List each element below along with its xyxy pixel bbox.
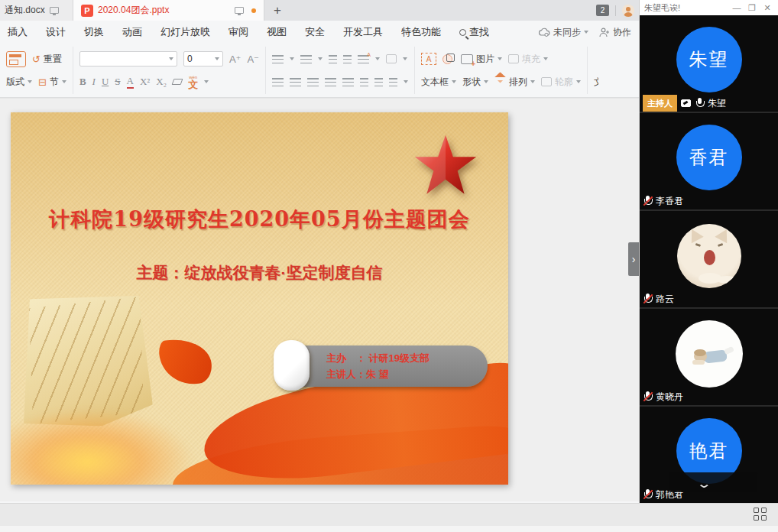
bold-button[interactable]: B bbox=[79, 76, 86, 88]
slide-layout-icon[interactable] bbox=[6, 51, 26, 67]
monitor-icon bbox=[50, 7, 59, 14]
status-bar bbox=[0, 503, 778, 532]
align-right-icon[interactable] bbox=[307, 78, 319, 86]
slide-editing-area[interactable]: 计科院19级研究生2020年05月份主题团会 主题：绽放战役青春·坚定制度自信 … bbox=[0, 98, 639, 501]
arrange-button[interactable]: 排列 bbox=[494, 76, 535, 89]
menu-animation[interactable]: 动画 bbox=[122, 25, 142, 39]
participant-tile[interactable]: 艳君 郭艳君 ⌄ bbox=[640, 407, 778, 503]
chevron-down-icon bbox=[204, 80, 209, 86]
layout-button[interactable]: 版式 bbox=[6, 76, 32, 89]
clear-format-icon[interactable] bbox=[172, 79, 183, 85]
font-size-combobox[interactable]: 0 bbox=[183, 51, 223, 66]
menu-transition[interactable]: 切换 bbox=[84, 25, 104, 39]
superscript-button[interactable]: X² bbox=[140, 76, 150, 88]
organizer-info-pill[interactable]: 主办 ： 计研19级支部 主讲人：朱 望 bbox=[279, 345, 488, 387]
participant-tile[interactable]: 黄晓丹 bbox=[640, 309, 778, 405]
text-tool-cutoff[interactable]: 文 bbox=[594, 76, 598, 89]
menu-view[interactable]: 视图 bbox=[267, 25, 287, 39]
screen-share-icon bbox=[681, 99, 691, 107]
sync-status-button[interactable]: 未同步 bbox=[538, 26, 588, 39]
panel-expand-handle[interactable]: › bbox=[628, 242, 639, 276]
collapse-panel-button[interactable]: ⌄ bbox=[696, 477, 712, 491]
menu-slideshow[interactable]: 幻灯片放映 bbox=[160, 25, 210, 39]
chevron-down-icon bbox=[28, 80, 32, 86]
minimize-button[interactable]: — bbox=[731, 3, 743, 12]
text-direction-icon[interactable] bbox=[358, 55, 369, 63]
menu-insert[interactable]: 插入 bbox=[8, 25, 28, 39]
tab-doc[interactable]: 通知.docx bbox=[0, 0, 73, 21]
find-button[interactable]: 查找 bbox=[459, 25, 489, 39]
cloud-sync-icon bbox=[538, 28, 550, 37]
align-left-icon[interactable] bbox=[272, 78, 284, 86]
slide-canvas[interactable]: 计科院19级研究生2020年05月份主题团会 主题：绽放战役青春·坚定制度自信 … bbox=[11, 112, 508, 485]
ribbon-toolbar: ↺重置 版式 ⊟节 0 A⁺ A⁻ B I U S bbox=[0, 44, 639, 98]
numbered-list-icon[interactable] bbox=[300, 55, 312, 63]
picture-button[interactable]: 图片 bbox=[461, 53, 502, 66]
distribute-icon[interactable] bbox=[342, 78, 354, 86]
menu-design[interactable]: 设计 bbox=[46, 25, 66, 39]
maximize-button[interactable]: ❐ bbox=[746, 3, 758, 13]
grow-font-button[interactable]: A⁺ bbox=[229, 54, 242, 65]
close-button[interactable]: ✕ bbox=[761, 3, 773, 13]
underline-button[interactable]: U bbox=[102, 76, 109, 88]
paragraph-group bbox=[266, 47, 415, 94]
participant-tile[interactable]: 香君 李香君 bbox=[640, 113, 778, 209]
menu-devtools[interactable]: 开发工具 bbox=[343, 25, 383, 39]
shapes-icon bbox=[442, 54, 455, 64]
shrink-font-button[interactable]: A⁻ bbox=[247, 54, 259, 65]
line-spacing-up-icon[interactable] bbox=[360, 78, 368, 86]
strikethrough-button[interactable]: S bbox=[115, 76, 120, 88]
user-count-badge[interactable]: 2 bbox=[596, 5, 609, 16]
glow-graphic bbox=[11, 408, 194, 485]
increase-indent-icon[interactable] bbox=[343, 55, 352, 63]
cutoff-group: 文 bbox=[588, 47, 598, 94]
font-name-combobox[interactable] bbox=[79, 51, 177, 66]
outline-icon bbox=[541, 77, 552, 86]
outline-button[interactable]: 轮廓 bbox=[541, 76, 581, 89]
tabbar-right: 2 bbox=[596, 0, 634, 21]
layout-grid-icon[interactable] bbox=[754, 508, 767, 521]
organizer-line: 主办 ： 计研19级支部 bbox=[326, 352, 488, 365]
reset-button[interactable]: ↺重置 bbox=[32, 53, 62, 66]
section-button[interactable]: ⊟节 bbox=[38, 76, 66, 89]
align-center-icon[interactable] bbox=[290, 78, 301, 86]
chevron-down-icon bbox=[452, 80, 456, 86]
fill-button[interactable]: 填充 bbox=[508, 53, 548, 66]
bullet-list-icon[interactable] bbox=[272, 55, 284, 63]
pinyin-tool-button[interactable]: wén文 bbox=[188, 75, 198, 89]
chevron-down-icon bbox=[576, 80, 581, 86]
menu-security[interactable]: 安全 bbox=[305, 25, 325, 39]
meeting-titlebar[interactable]: 朱望毛诶! — ❐ ✕ bbox=[640, 0, 778, 15]
chevron-down-icon bbox=[403, 57, 407, 63]
revolution-monument-illustration bbox=[11, 294, 508, 485]
collaborate-button[interactable]: 协作 bbox=[599, 26, 631, 39]
line-spacing-down-icon[interactable] bbox=[374, 78, 383, 86]
decrease-indent-icon[interactable] bbox=[329, 55, 337, 63]
italic-button[interactable]: I bbox=[92, 76, 96, 88]
justify-icon[interactable] bbox=[325, 78, 336, 86]
participant-name: 黄晓丹 bbox=[656, 391, 683, 404]
menu-features[interactable]: 特色功能 bbox=[401, 25, 441, 39]
section-icon: ⊟ bbox=[38, 76, 47, 88]
chevron-down-icon bbox=[543, 57, 548, 63]
new-tab-button[interactable]: + bbox=[264, 0, 290, 21]
participant-tile-host[interactable]: 朱望 主持人 朱望 bbox=[640, 15, 778, 112]
participant-tile[interactable]: 路云 bbox=[640, 211, 778, 307]
subscript-button[interactable]: X₂ bbox=[156, 76, 167, 88]
font-color-button[interactable]: A bbox=[127, 75, 134, 89]
chevron-down-icon bbox=[484, 80, 488, 86]
meeting-window-title: 朱望毛诶! bbox=[644, 2, 728, 14]
text-frame-style-icon[interactable] bbox=[386, 54, 397, 63]
slide-subtitle[interactable]: 主题：绽放战役青春·坚定制度自信 bbox=[11, 262, 508, 284]
person-plus-icon bbox=[599, 28, 610, 37]
slide-title[interactable]: 计科院19级研究生2020年05月份主题团会 bbox=[11, 206, 508, 233]
line-spacing-icon[interactable] bbox=[389, 78, 397, 86]
participant-name: 李香君 bbox=[656, 195, 683, 208]
tab-presentation-active[interactable]: P 2020.04团会.pptx bbox=[73, 0, 264, 21]
account-avatar-icon[interactable] bbox=[622, 5, 634, 17]
textbox-button[interactable]: 文本框 bbox=[421, 76, 456, 89]
shapes-button[interactable]: 形状 bbox=[462, 76, 488, 89]
monument-relief-graphic bbox=[19, 287, 153, 434]
divider bbox=[615, 5, 616, 16]
menu-review[interactable]: 审阅 bbox=[229, 25, 248, 39]
